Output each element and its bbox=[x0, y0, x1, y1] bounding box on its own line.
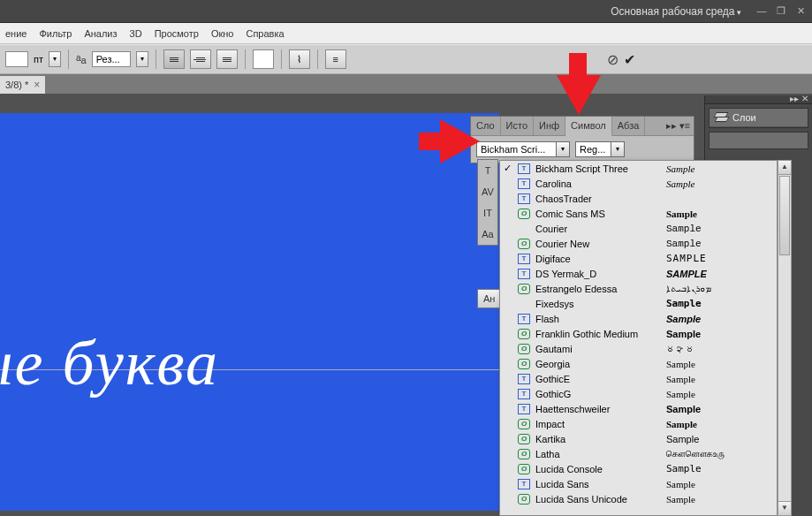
menu-item[interactable]: Справка bbox=[246, 28, 284, 39]
aa-dropdown[interactable]: ▾ bbox=[136, 51, 148, 67]
font-option[interactable]: OKartikaSample bbox=[500, 431, 777, 446]
font-option[interactable]: OImpactSample bbox=[500, 416, 777, 431]
font-name-label: Lucida Console bbox=[535, 464, 661, 474]
font-option[interactable]: OGeorgiaSample bbox=[500, 356, 777, 371]
font-weight-field[interactable]: Reg... bbox=[575, 141, 611, 157]
scroll-down-button[interactable]: ▼ bbox=[778, 501, 791, 515]
warp-text-button[interactable]: ⌇ bbox=[289, 49, 310, 69]
font-sample-label: Sample bbox=[666, 298, 702, 309]
menu-item[interactable]: Фильтр bbox=[39, 28, 72, 39]
panel-card[interactable] bbox=[709, 132, 808, 149]
font-name-label: Impact bbox=[535, 419, 661, 429]
font-option[interactable]: TDS Yermak_DSAMPLE bbox=[500, 266, 777, 281]
font-option[interactable]: TDigifaceSAMPLE bbox=[500, 251, 777, 266]
font-option[interactable]: ✓TBickham Script ThreeSample bbox=[500, 161, 777, 176]
font-sample-label: Sample bbox=[666, 463, 702, 474]
font-option[interactable]: OCourier NewSample bbox=[500, 236, 777, 251]
font-name-label: Franklin Gothic Medium bbox=[535, 329, 661, 339]
cursive-text[interactable]: прСтисные буква bbox=[0, 327, 219, 400]
truetype-icon: T bbox=[518, 178, 530, 189]
font-name-label: GothicG bbox=[535, 389, 661, 399]
character-panel-left-col: T AV IT Aa bbox=[477, 159, 498, 246]
font-option[interactable]: OLucida ConsoleSample bbox=[500, 461, 777, 476]
workspace-switcher[interactable]: Основная рабочая среда bbox=[602, 3, 750, 20]
font-option[interactable]: THaettenschweilerSample bbox=[500, 401, 777, 416]
artboard[interactable]: прСтисные буква С bbox=[0, 113, 499, 511]
tab-history[interactable]: Исто bbox=[501, 117, 534, 135]
font-option[interactable]: OComic Sans MSSample bbox=[500, 206, 777, 221]
panel-more-icon[interactable]: ▸▸ ▾≡ bbox=[663, 117, 694, 135]
font-option[interactable]: FixedsysSample bbox=[500, 296, 777, 311]
font-sample-label: Sample bbox=[666, 389, 695, 399]
truetype-icon: T bbox=[518, 269, 530, 279]
font-list-scrollbar[interactable]: ▲ ▼ bbox=[778, 160, 792, 516]
font-option[interactable]: TGothicGSample bbox=[500, 386, 777, 401]
font-option[interactable]: OLathaகெளனௌகஉரு bbox=[500, 446, 777, 461]
font-size-row-icon: T bbox=[485, 163, 491, 178]
font-option[interactable]: TGothicESample bbox=[500, 371, 777, 386]
menu-item[interactable]: 3D bbox=[130, 28, 142, 39]
size-dropdown[interactable]: ▾ bbox=[49, 51, 61, 67]
font-option[interactable]: OLucida Sans UnicodeSample bbox=[500, 491, 777, 506]
menu-item[interactable]: ение bbox=[5, 28, 27, 39]
font-dropdown-list[interactable]: ✓TBickham Script ThreeSampleTCarolinaSam… bbox=[499, 160, 778, 516]
align-left-button[interactable] bbox=[163, 49, 185, 69]
panel-dock-collapse[interactable]: ▸▸ ✕ bbox=[705, 95, 812, 104]
layers-panel-card[interactable]: Слои bbox=[709, 108, 808, 128]
size-field[interactable] bbox=[5, 51, 28, 67]
tab-character[interactable]: Символ bbox=[565, 117, 612, 136]
chevron-down-icon[interactable]: ▾ bbox=[556, 141, 570, 157]
font-family-field[interactable]: Bickham Scri... bbox=[476, 141, 556, 157]
cancel-icon[interactable]: ⊘ bbox=[607, 51, 618, 68]
text-color[interactable] bbox=[253, 49, 274, 69]
minimize-icon[interactable]: — bbox=[755, 5, 768, 17]
font-option[interactable]: TFlashSample bbox=[500, 311, 777, 326]
font-option[interactable]: OEstrangelo Edessaܡܘܪܢܐܒܝܬܐ bbox=[500, 281, 777, 296]
font-option[interactable]: CourierSample bbox=[500, 221, 777, 236]
restore-icon[interactable]: ❐ bbox=[775, 5, 787, 17]
font-option[interactable]: OGautamiఠఞర bbox=[500, 341, 777, 356]
aa-field[interactable]: Рез... bbox=[92, 51, 131, 67]
font-option[interactable]: TChaosTrader bbox=[500, 191, 777, 206]
font-name-label: Courier New bbox=[535, 239, 661, 249]
close-icon[interactable]: × bbox=[34, 79, 40, 91]
font-family-combo[interactable]: Bickham Scri... ▾ bbox=[476, 141, 570, 157]
font-name-label: Flash bbox=[535, 314, 661, 324]
scroll-thumb[interactable] bbox=[779, 176, 790, 255]
font-sample-label: Sample bbox=[666, 239, 702, 249]
opentype-icon: O bbox=[518, 434, 530, 444]
menu-item[interactable]: Просмотр bbox=[155, 28, 199, 39]
font-sample-label: கெளனௌகஉரு bbox=[666, 449, 725, 459]
document-tab[interactable]: 3/8) * × bbox=[0, 76, 46, 94]
align-center-button[interactable] bbox=[190, 49, 211, 69]
check-icon: ✓ bbox=[504, 163, 512, 174]
commit-icon[interactable]: ✔ bbox=[624, 51, 635, 68]
font-sample-label: Sample bbox=[666, 434, 699, 444]
font-option[interactable]: TCarolinaSample bbox=[500, 176, 777, 191]
baseline-row-icon: Aa bbox=[482, 227, 493, 241]
font-option[interactable]: OFranklin Gothic MediumSample bbox=[500, 326, 777, 341]
menu-item[interactable]: Анализ bbox=[84, 28, 117, 39]
scroll-up-button[interactable]: ▲ bbox=[778, 161, 791, 175]
close-icon[interactable]: ✕ bbox=[794, 5, 807, 17]
menu-item[interactable]: Окно bbox=[211, 28, 234, 39]
font-sample-label: Sample bbox=[666, 163, 694, 174]
font-option[interactable]: TLucida SansSample bbox=[500, 476, 777, 491]
opentype-icon: O bbox=[518, 419, 530, 429]
character-panel-button[interactable]: ≡ bbox=[325, 49, 346, 69]
font-weight-combo[interactable]: Reg... ▾ bbox=[575, 141, 625, 157]
tab-info[interactable]: Инф bbox=[534, 117, 565, 135]
font-name-label: Courier bbox=[535, 224, 661, 234]
font-name-label: Carolina bbox=[535, 178, 661, 189]
font-name-label: ChaosTrader bbox=[535, 194, 661, 204]
truetype-icon: T bbox=[518, 314, 530, 324]
no-icon bbox=[518, 224, 530, 234]
opentype-icon: O bbox=[518, 359, 530, 369]
truetype-icon: T bbox=[518, 254, 530, 264]
truetype-icon: T bbox=[518, 163, 530, 174]
tab-paragraph[interactable]: Абза bbox=[612, 117, 646, 135]
language-button[interactable]: Ан bbox=[477, 289, 501, 308]
align-right-button[interactable] bbox=[216, 49, 238, 69]
chevron-down-icon[interactable]: ▾ bbox=[611, 141, 625, 157]
truetype-icon: T bbox=[518, 389, 530, 399]
